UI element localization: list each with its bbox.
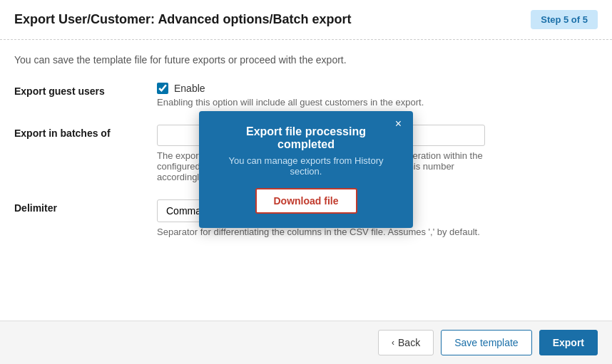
chevron-left-icon: ‹ [392,338,394,348]
export-button[interactable]: Export [539,330,598,355]
save-template-button[interactable]: Save template [441,330,532,355]
back-button[interactable]: ‹ Back [378,330,434,355]
popup-close-button[interactable]: × [391,117,406,131]
footer: ‹ Back Save template Export [0,321,612,364]
popup-subtitle: You can manage exports from History sect… [216,155,396,177]
popup-title: Export file processing completed [216,125,396,151]
popup-overlay: × Export file processing completed You c… [0,40,612,321]
download-file-button[interactable]: Download file [255,188,357,214]
page-wrapper: Export User/Customer: Advanced options/B… [0,0,612,364]
export-completed-popup: × Export file processing completed You c… [199,111,413,228]
content-area: You can save the template file for futur… [0,40,612,321]
step-badge: Step 5 of 5 [531,10,598,29]
header: Export User/Customer: Advanced options/B… [0,0,612,40]
page-title: Export User/Customer: Advanced options/B… [14,12,351,27]
